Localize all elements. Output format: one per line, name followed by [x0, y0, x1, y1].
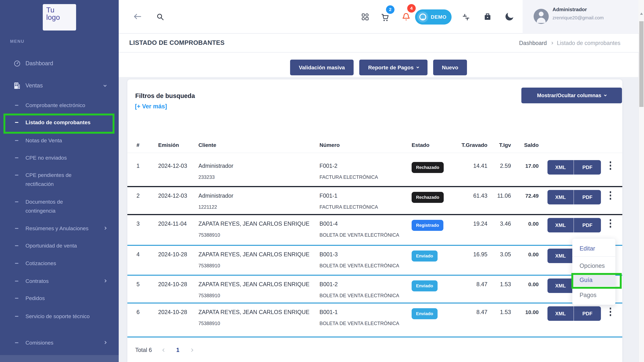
table-row: 2 2024-12-03 Administrador1221122 F001-1… [127, 187, 622, 215]
top-header: 2 4 DEMO Administrador zrenrique20@gmail… [119, 0, 644, 34]
sidebar-item-documentos-contingencia[interactable]: Documentos de contingencia [0, 197, 119, 216]
sidebar-item-dashboard[interactable]: Dashboard [0, 59, 119, 68]
table-row: 3 2024-11-04 ZAPATA REYES, JEAN CARLOS E… [127, 215, 622, 246]
sidebar-item-comisiones[interactable]: Comisiones [0, 338, 119, 348]
menu-item-guia[interactable]: Guía [572, 274, 616, 286]
dark-mode-moon-icon[interactable] [506, 12, 514, 21]
nuevo-button[interactable]: Nuevo [433, 60, 467, 75]
back-arrow-icon[interactable] [133, 13, 142, 20]
status-badge: Rechazado [412, 162, 444, 173]
menu-divider [572, 256, 616, 257]
user-menu[interactable]: Administrador zrenrique20@gmail.com [522, 0, 638, 34]
pdf-button[interactable]: PDF [574, 160, 601, 174]
xml-button[interactable]: XML [548, 218, 574, 232]
sidebar-item-servicio-soporte[interactable]: Servicio de soporte técnico [0, 312, 119, 331]
cart-icon[interactable] [381, 13, 390, 22]
table-row: 4 2024-10-28 ZAPATA REYES, JEAN CARLOS E… [127, 246, 622, 276]
sidebar: Tu logo MENU Dashboard Ventas Comprobant… [0, 0, 119, 362]
pagination-prev-icon[interactable] [162, 348, 166, 352]
breadcrumb-current: Listado de comprobantes [557, 40, 620, 46]
sidebar-menu-heading: MENU [10, 39, 24, 44]
col-header-emision: Emisión [158, 141, 202, 149]
row-options-kebab-icon[interactable] [607, 161, 614, 170]
page-scrollbar [639, 0, 644, 362]
logo-text-line1: Tu [46, 6, 76, 14]
breadcrumb-separator-icon [550, 42, 553, 44]
pagination: Total 6 1 [135, 347, 193, 353]
chevron-right-icon [104, 279, 106, 282]
chevron-down-icon [604, 94, 607, 96]
sidebar-item-cpe-pendientes[interactable]: CPE pendientes de rectificación [0, 170, 119, 190]
status-badge: Enviado [412, 280, 438, 292]
row-options-kebab-icon[interactable] [607, 191, 614, 200]
demo-mode-button[interactable]: DEMO [415, 10, 452, 24]
sidebar-item-contratos[interactable]: Contratos [0, 276, 119, 286]
sidebar-item-oportunidad-de-venta[interactable]: Oportunidad de venta [0, 241, 119, 251]
search-icon[interactable] [156, 13, 164, 21]
notification-bell-icon[interactable] [402, 12, 410, 22]
briefcase-icon[interactable] [484, 12, 492, 21]
apps-grid-icon[interactable] [362, 13, 369, 21]
dash-bullet-icon [15, 140, 18, 141]
sidebar-item-cpe-no-enviados[interactable]: CPE no enviados [0, 153, 119, 163]
scrollbar-up-arrow-icon[interactable] [640, 12, 643, 15]
breadcrumb-dashboard-link[interactable]: Dashboard [519, 40, 547, 46]
xml-button[interactable]: XML [548, 306, 574, 321]
table-row: 6 2024-10-28 ZAPATA REYES, JEAN CARLOS E… [127, 304, 622, 338]
chevron-down-icon [104, 84, 106, 87]
table-row: 5 2024-10-28 ZAPATA REYES, JEAN CARLOS E… [127, 276, 622, 304]
compress-layout-icon[interactable] [462, 13, 470, 21]
dash-bullet-icon [15, 228, 18, 229]
xml-button[interactable]: XML [548, 190, 574, 204]
xml-button[interactable]: XML [548, 160, 574, 174]
validacion-masiva-button[interactable]: Validación masiva [290, 60, 354, 75]
dash-bullet-icon [15, 316, 18, 317]
menu-item-opciones[interactable]: Opciones [572, 260, 616, 272]
toggle-columns-button[interactable]: Mostrar/Ocultar columnas [521, 88, 622, 103]
sidebar-item-cotizaciones[interactable]: Cotizaciones [0, 259, 119, 268]
xml-button[interactable]: XML [548, 278, 574, 293]
sidebar-footer-strip [0, 355, 119, 362]
xml-button[interactable]: XML [548, 248, 574, 263]
row-context-menu: Editar Opciones Guía Pagos [572, 239, 616, 305]
status-badge: Rechazado [412, 192, 444, 203]
pdf-button[interactable]: PDF [574, 306, 601, 321]
dash-bullet-icon [15, 202, 18, 202]
pagination-next-icon[interactable] [190, 348, 193, 352]
app-logo[interactable]: Tu logo [43, 4, 76, 30]
dash-bullet-icon [15, 281, 18, 282]
total-count: Total 6 [135, 347, 152, 353]
menu-item-editar[interactable]: Editar [572, 242, 616, 255]
scrollbar-thumb[interactable] [639, 21, 644, 107]
filters-title: Filtros de busqueda [135, 92, 195, 100]
pagination-page-1[interactable]: 1 [176, 347, 180, 353]
dash-bullet-icon [15, 105, 18, 106]
dash-bullet-icon [15, 298, 18, 299]
sidebar-item-comprobante-electronico[interactable]: Comprobante electrónico [0, 101, 119, 110]
col-header-igv: T.Igv [495, 141, 511, 149]
dash-bullet-icon [15, 175, 18, 176]
menu-item-pagos[interactable]: Pagos [572, 289, 616, 301]
sidebar-item-resumenes-anulaciones[interactable]: Resúmenes y Anulaciones [0, 224, 119, 233]
ver-mas-link[interactable]: [+ Ver más] [135, 103, 167, 110]
dash-bullet-icon [15, 245, 18, 246]
chevron-down-icon [416, 66, 419, 68]
col-header-cliente: Cliente [198, 141, 320, 149]
sidebar-item-ventas[interactable]: Ventas [0, 81, 119, 90]
dash-bullet-icon [15, 263, 18, 264]
pdf-button[interactable]: PDF [574, 218, 601, 232]
logo-text-line2: logo [46, 14, 76, 21]
smiley-icon [417, 12, 428, 22]
row-options-kebab-icon[interactable] [607, 219, 614, 228]
sidebar-item-notas-de-venta[interactable]: Notas de Venta [0, 136, 119, 146]
comprobantes-card: Filtros de busqueda [+ Ver más] Mostrar/… [127, 80, 622, 362]
pdf-button[interactable]: PDF [574, 190, 601, 204]
status-badge: Registrado [412, 220, 444, 231]
user-avatar-icon [534, 9, 549, 24]
col-header-num: # [136, 141, 152, 149]
reporte-de-pagos-button[interactable]: Reporte de Pagos [359, 60, 427, 75]
sidebar-item-pedidos[interactable]: Pedidos [0, 294, 119, 303]
status-badge: Enviado [412, 250, 438, 262]
row-options-kebab-icon[interactable] [607, 308, 614, 316]
sidebar-item-listado-de-comprobantes[interactable]: Listado de comprobantes [0, 118, 119, 128]
